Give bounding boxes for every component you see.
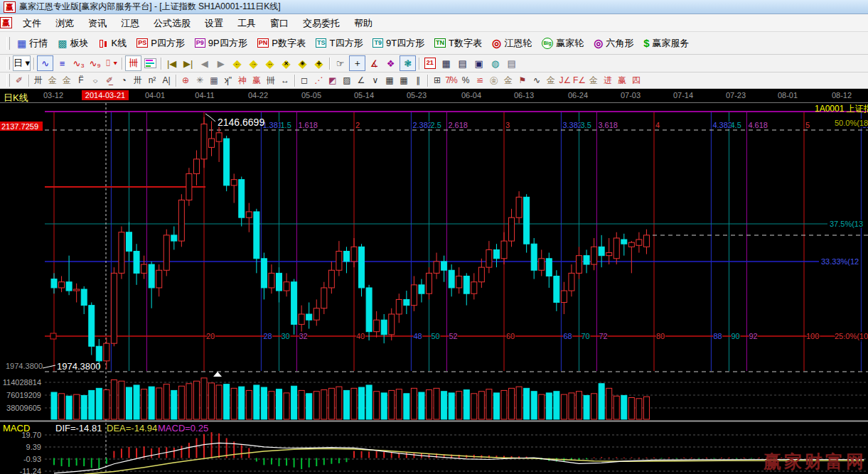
menu-4[interactable]: 公式选股 bbox=[146, 16, 198, 31]
toolbar-p9-square-button[interactable]: P99P四方形 bbox=[190, 35, 252, 52]
gann-horizontal-lines[interactable] bbox=[45, 112, 868, 339]
toolbar-winner-wheel-button[interactable]: Big赢家轮 bbox=[537, 35, 589, 52]
box-grid-button[interactable]: ▦ bbox=[207, 74, 221, 87]
j-angle-button[interactable]: J∠ bbox=[558, 74, 572, 87]
num-grid-button[interactable]: 卌 bbox=[264, 74, 278, 87]
chip-tool-button[interactable]: 卌 bbox=[125, 55, 141, 71]
notepad-button[interactable]: ▤ bbox=[455, 56, 470, 70]
ying-grid-button[interactable]: 赢 bbox=[250, 74, 264, 87]
grid-tool-button[interactable]: 卅 bbox=[131, 74, 145, 87]
star-circle-button[interactable]: ✳ bbox=[193, 74, 207, 87]
calculator-button[interactable]: ▦ bbox=[439, 56, 454, 70]
pct-line-button[interactable]: ≌ bbox=[473, 74, 487, 87]
v-lines-button[interactable]: ∨ bbox=[368, 74, 382, 87]
first-page-button[interactable]: |◀ bbox=[164, 56, 179, 70]
web-export-button[interactable]: ◍ bbox=[488, 56, 503, 70]
prev-page-button[interactable]: ◀ bbox=[197, 56, 212, 70]
menu-8[interactable]: 交易委托 bbox=[296, 16, 347, 31]
data-list-button[interactable]: ≡ bbox=[55, 56, 70, 70]
menu-6[interactable]: 工具 bbox=[230, 16, 263, 31]
spiral-square-button[interactable]: ⌔ bbox=[88, 74, 102, 87]
pen-tool-button[interactable]: ✐ bbox=[12, 74, 26, 87]
gold-line-2-button[interactable]: 金 bbox=[544, 74, 558, 87]
wave-9-button[interactable]: ∿₉ bbox=[87, 56, 102, 70]
n-square-button[interactable]: n² bbox=[145, 74, 159, 87]
gold-grid-button[interactable]: 金 bbox=[45, 74, 60, 87]
menu-9[interactable]: 帮助 bbox=[347, 16, 380, 31]
mirror-tool-button[interactable]: A| bbox=[159, 74, 173, 87]
candlestick-series[interactable] bbox=[51, 117, 649, 370]
big-grid-2-button[interactable]: ▦ bbox=[397, 74, 411, 87]
fan-lines-button[interactable]: ⋰ bbox=[311, 74, 326, 87]
diamond-arrow-h-button[interactable]: ◆↔ bbox=[262, 56, 277, 70]
brush-grid-button[interactable]: ✐̲ bbox=[102, 74, 117, 87]
toolbar-blocks-button[interactable]: ▩板块 bbox=[53, 35, 93, 52]
big-grid-button[interactable]: ▦ bbox=[382, 74, 397, 87]
toolbar-p-number-button[interactable]: PNP数字表 bbox=[252, 35, 311, 52]
stamp-tool-button[interactable]: ❖ bbox=[383, 56, 398, 70]
angle-measure-tool-button[interactable]: ∡ bbox=[367, 56, 382, 70]
cloud-tool-button[interactable]: ❃ bbox=[400, 55, 416, 71]
k-mark-button[interactable]: ʞ" bbox=[221, 74, 235, 87]
wave-3-button[interactable]: ∿₃ bbox=[71, 56, 86, 70]
period-day-dropdown-button[interactable]: 日 ▾ bbox=[13, 55, 31, 71]
toolbar-t-square-button[interactable]: TST四方形 bbox=[311, 35, 368, 52]
gold-angle-button[interactable]: 金 bbox=[586, 74, 601, 87]
calendar-21-button[interactable]: 21 bbox=[422, 56, 437, 70]
hand-tool-button[interactable]: ☞ bbox=[333, 56, 348, 70]
printer-button[interactable]: ▤ bbox=[504, 56, 519, 70]
menu-2[interactable]: 资讯 bbox=[81, 16, 114, 31]
save-button[interactable]: ▣ bbox=[471, 56, 486, 70]
chip-distribution-button[interactable] bbox=[143, 56, 158, 70]
box-fan-button[interactable]: ▨ bbox=[340, 74, 354, 87]
percent-button[interactable]: % bbox=[459, 74, 473, 87]
time-circle-button[interactable]: ◔ bbox=[117, 74, 131, 87]
crosshair-tool-button[interactable]: ＋ bbox=[349, 55, 365, 71]
shen-grid-button[interactable]: 神 bbox=[235, 74, 250, 87]
toolbar-kline-button[interactable]: K线 bbox=[93, 35, 132, 52]
diamond-arrow-cross-button[interactable]: ◆✛ bbox=[311, 56, 326, 70]
kline-chart[interactable]: 03-122014-03-2104-0104-1104-2205-0505-14… bbox=[0, 89, 868, 474]
fan-box-button[interactable]: ◩ bbox=[326, 74, 340, 87]
toolbar-winner-service-button[interactable]: $赢家服务 bbox=[638, 35, 694, 52]
gann-vertical-lines[interactable] bbox=[54, 112, 861, 371]
pct-table-button[interactable]: ⊞ bbox=[430, 74, 444, 87]
menu-0[interactable]: 文件 bbox=[16, 16, 48, 31]
circle-cross-button[interactable]: ⊕ bbox=[178, 74, 193, 87]
toolbar-quotes-button[interactable]: ▦行情 bbox=[12, 35, 53, 52]
parallel-lines-button[interactable]: ∥ bbox=[411, 74, 425, 87]
toolbar-t9-square-button[interactable]: T99T四方形 bbox=[368, 35, 429, 52]
gold-line-button[interactable]: 金 bbox=[501, 74, 515, 87]
si-angle-button[interactable]: 四 bbox=[629, 74, 643, 87]
last-page-button[interactable]: ▶| bbox=[181, 56, 195, 70]
span-arrow-button[interactable]: ↔ bbox=[278, 74, 292, 87]
box-measure-button[interactable]: ◻ bbox=[297, 74, 311, 87]
ying-angle-button[interactable]: 赢 bbox=[615, 74, 629, 87]
candle-style-dropdown-button[interactable]: ⌷ ▾ bbox=[104, 56, 119, 70]
toolbar-gann-wheel-button[interactable]: ◎江恩轮 bbox=[487, 35, 537, 52]
gann-grid-button[interactable]: 卅 bbox=[31, 74, 45, 87]
chart-area[interactable]: 03-122014-03-2104-0104-1104-2205-0505-14… bbox=[0, 89, 868, 474]
flag-one-button[interactable]: ⚑ bbox=[515, 74, 530, 87]
line-handle[interactable] bbox=[50, 333, 56, 339]
chart-curve-button[interactable]: ∿ bbox=[37, 55, 53, 71]
diamond-arrow-star-button[interactable]: ◆✳ bbox=[295, 56, 310, 70]
jin-angle-button[interactable]: 进 bbox=[601, 74, 615, 87]
gold-grid-2-button[interactable]: 金 bbox=[60, 74, 74, 87]
toolbar-hexagon-button[interactable]: ◎六角形 bbox=[589, 35, 638, 52]
toolbar-t-number-button[interactable]: TNT数字表 bbox=[429, 35, 487, 52]
diamond-arrow-right-button[interactable]: ◆→ bbox=[246, 56, 261, 70]
menu-7[interactable]: 窗口 bbox=[263, 16, 296, 31]
menu-1[interactable]: 浏览 bbox=[48, 16, 81, 31]
diamond-arrow-x-button[interactable]: ◆✕ bbox=[279, 56, 294, 70]
pct-seven-button[interactable]: 7̸% bbox=[444, 74, 459, 87]
diamond-arrow-left-button[interactable]: ◆← bbox=[230, 56, 245, 70]
menu-5[interactable]: 设置 bbox=[198, 16, 230, 31]
gold-circle-button[interactable]: ㊎ bbox=[487, 74, 501, 87]
angle-lines-button[interactable]: ∠ bbox=[354, 74, 368, 87]
next-page-button[interactable]: ▶ bbox=[213, 56, 228, 70]
wave-measure-button[interactable]: ∿ bbox=[530, 74, 544, 87]
f-angle-button[interactable]: F∠ bbox=[572, 74, 586, 87]
menu-3[interactable]: 江恩 bbox=[114, 16, 146, 31]
toolbar-p-square-button[interactable]: PSP四方形 bbox=[132, 35, 190, 52]
